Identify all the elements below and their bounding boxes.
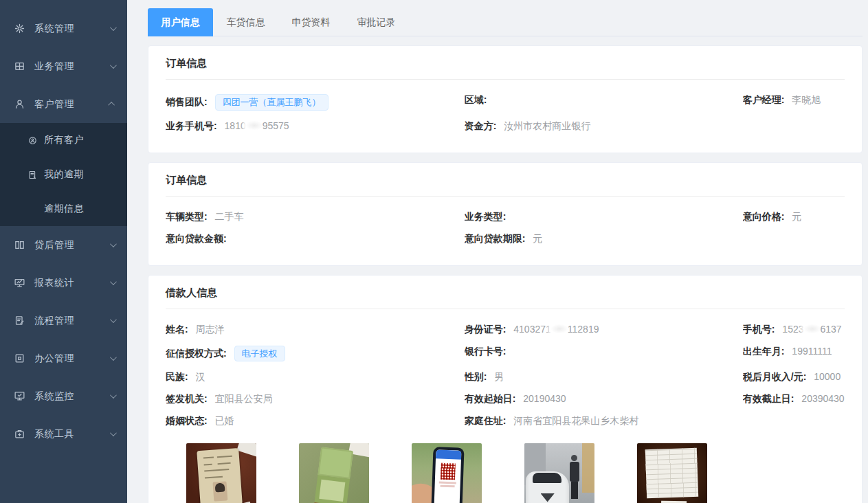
card-title: 借款人信息 xyxy=(166,287,845,309)
sidebar-item-label: 系统管理 xyxy=(34,23,106,35)
clipboard-icon xyxy=(14,315,25,326)
sidebar-item-label: 系统工具 xyxy=(34,428,106,440)
monitor-check-icon xyxy=(14,390,25,402)
field-issuing-authority: 签发机关: 宜阳县公安局 xyxy=(166,388,465,410)
sidebar-item-report-statistics[interactable]: 报表统计 xyxy=(0,264,127,302)
sidebar-item-all-customers[interactable]: 所有客户 xyxy=(0,123,127,157)
field-ethnicity: 民族: 汉 xyxy=(166,366,465,388)
sidebar-item-overdue-info[interactable]: 逾期信息 xyxy=(0,192,127,226)
handwritten-document-photo-thumbnail[interactable] xyxy=(637,443,707,503)
field-monthly-income: 税后月收入/元: 10000 xyxy=(743,366,845,388)
chevron-down-icon xyxy=(110,241,117,247)
field-vehicle-type: 车辆类型: 二手车 xyxy=(166,206,465,228)
field-marital-status: 婚姻状态: 已婚 xyxy=(166,410,465,432)
credit-auth-tag: 电子授权 xyxy=(234,346,285,362)
sidebar-item-my-overdue[interactable]: 我的逾期 xyxy=(0,157,127,192)
field-business-phone: 业务手机号: 181095575 xyxy=(166,115,465,137)
field-mobile: 手机号: 15236137 xyxy=(743,319,845,341)
document-icon xyxy=(27,170,38,180)
order-info-card-1: 订单信息 销售团队: 四团一营（直属王鹏飞） 区域: 客户经理: 李晓旭 业务手… xyxy=(148,45,863,153)
tab-car-loan-info[interactable]: 车贷信息 xyxy=(213,8,278,36)
chevron-down-icon xyxy=(110,24,117,31)
person-with-car-photo-thumbnail[interactable] xyxy=(524,443,594,503)
field-birth-date: 出生年月: 19911111 xyxy=(743,341,845,367)
book-icon xyxy=(14,239,25,251)
field-name: 姓名: 周志洋 xyxy=(166,319,465,341)
id-card-photo-thumbnail[interactable] xyxy=(186,443,256,503)
redaction-blur xyxy=(246,121,263,130)
sidebar-item-business-management[interactable]: 业务管理 xyxy=(0,47,127,85)
tab-user-info[interactable]: 用户信息 xyxy=(148,8,213,36)
order-info-card-2: 订单信息 车辆类型: 二手车 业务类型: 意向价格: 元 意向贷款金额: xyxy=(148,162,863,266)
field-home-address: 家庭住址: 河南省宜阳县花果山乡木柴村 xyxy=(465,410,743,432)
tab-approval-records[interactable]: 审批记录 xyxy=(344,8,409,36)
field-fund-provider: 资金方: 汝州市农村商业银行 xyxy=(465,115,743,137)
chevron-down-icon xyxy=(110,354,117,361)
field-gender: 性别: 男 xyxy=(465,366,743,388)
sidebar-item-office-management[interactable]: 办公管理 xyxy=(0,339,127,377)
field-valid-to: 有效截止日: 20390430 xyxy=(743,388,845,410)
field-account-manager: 客户经理: 李晓旭 xyxy=(743,89,845,115)
field-credit-auth-method: 征信授权方式: 电子授权 xyxy=(166,341,465,367)
gear-icon xyxy=(14,23,25,34)
redaction-blur xyxy=(804,324,821,333)
phone-qr-code-photo-thumbnail[interactable] xyxy=(412,443,482,503)
field-region: 区域: xyxy=(465,89,743,115)
sidebar-item-system-management[interactable]: 系统管理 xyxy=(0,10,127,47)
peoples-icon xyxy=(27,135,38,146)
grid-icon xyxy=(14,60,25,72)
document-photo-gallery xyxy=(166,443,845,503)
chevron-down-icon xyxy=(110,392,117,399)
sidebar-item-label: 贷后管理 xyxy=(34,239,106,252)
customer-management-submenu: 所有客户 我的逾期 逾期信息 xyxy=(0,123,127,226)
square-in-square-icon xyxy=(14,353,25,364)
sidebar-item-process-management[interactable]: 流程管理 xyxy=(0,302,127,339)
sidebar-item-system-tools[interactable]: 系统工具 xyxy=(0,415,127,453)
sidebar-item-label: 我的逾期 xyxy=(44,168,127,181)
sidebar-item-label: 客户管理 xyxy=(34,98,106,111)
sidebar-item-label: 报表统计 xyxy=(34,277,106,289)
chevron-down-icon xyxy=(110,316,117,323)
tab-loan-application-docs[interactable]: 申贷资料 xyxy=(278,8,344,36)
field-valid-from: 有效起始日: 20190430 xyxy=(465,388,743,410)
card-title: 订单信息 xyxy=(166,57,845,80)
field-intended-price: 意向价格: 元 xyxy=(743,206,845,228)
sidebar-item-label: 流程管理 xyxy=(34,315,106,327)
chevron-up-icon xyxy=(108,102,115,109)
field-id-number: 身份证号: 4103271112819 xyxy=(465,319,743,341)
sidebar-item-label: 所有客户 xyxy=(44,134,127,146)
user-icon xyxy=(14,98,25,110)
borrower-info-card: 借款人信息 姓名: 周志洋 身份证号: 4103271112819 手机号: 1… xyxy=(148,275,863,503)
redaction-blur xyxy=(551,324,568,333)
sidebar-item-system-monitor[interactable]: 系统监控 xyxy=(0,377,127,415)
field-bank-card: 银行卡号: xyxy=(465,341,743,367)
sidebar-item-label: 业务管理 xyxy=(34,60,106,73)
chevron-down-icon xyxy=(110,62,117,69)
chevron-down-icon xyxy=(110,278,117,285)
sidebar-item-label: 办公管理 xyxy=(34,353,106,365)
detail-tabs: 用户信息 车贷信息 申贷资料 审批记录 xyxy=(148,8,863,36)
sidebar-item-postloan-management[interactable]: 贷后管理 xyxy=(0,226,127,264)
field-intended-loan-amount: 意向贷款金额: xyxy=(166,228,465,250)
sidebar-item-label: 系统监控 xyxy=(34,390,106,403)
sidebar: 系统管理 业务管理 客户管理 所有客户 xyxy=(0,0,127,503)
card-title: 订单信息 xyxy=(166,174,845,197)
sidebar-item-customer-management[interactable]: 客户管理 xyxy=(0,85,127,123)
field-sales-team: 销售团队: 四团一营（直属王鹏飞） xyxy=(166,89,465,115)
sidebar-item-label: 逾期信息 xyxy=(44,203,127,215)
app-window: 系统管理 业务管理 客户管理 所有客户 xyxy=(0,0,868,503)
field-business-type: 业务类型: xyxy=(465,206,743,228)
sales-team-tag: 四团一营（直属王鹏飞） xyxy=(215,94,329,111)
vehicle-license-photo-thumbnail[interactable] xyxy=(299,443,369,503)
field-intended-loan-term: 意向贷款期限: 元 xyxy=(465,228,743,250)
monitor-chart-icon xyxy=(14,277,25,289)
main-content: 用户信息 车贷信息 申贷资料 审批记录 订单信息 销售团队: 四团一营（直属王鹏… xyxy=(127,0,868,503)
chevron-down-icon xyxy=(110,429,117,436)
toolbox-icon xyxy=(14,428,25,440)
